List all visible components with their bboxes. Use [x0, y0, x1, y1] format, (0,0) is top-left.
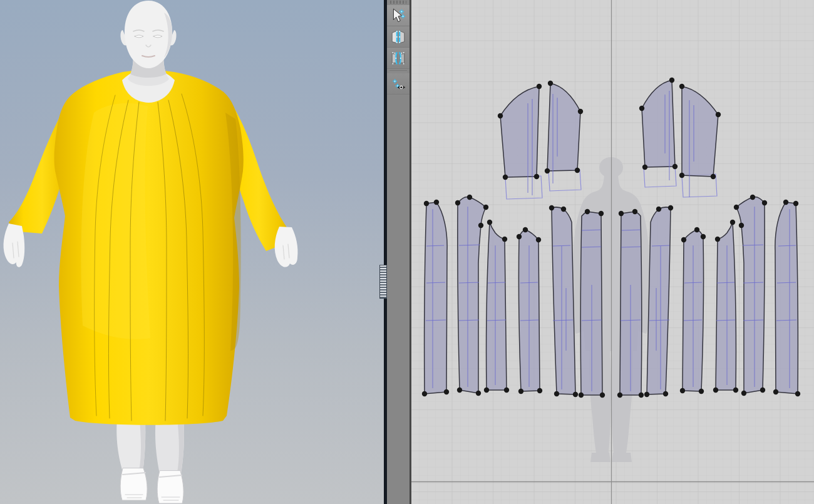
- pattern-point[interactable]: [549, 205, 554, 210]
- transform-pattern-tool-icon: [390, 8, 406, 24]
- panel-3-outline[interactable]: [487, 222, 507, 390]
- transform-pattern-tool[interactable]: [387, 5, 410, 26]
- pattern-point[interactable]: [457, 388, 462, 393]
- 2d-pattern-viewport[interactable]: [411, 0, 814, 504]
- pattern-point[interactable]: [741, 391, 746, 396]
- pattern-point[interactable]: [680, 388, 685, 393]
- pattern-point[interactable]: [681, 237, 686, 242]
- pattern-point[interactable]: [713, 388, 718, 393]
- pattern-point[interactable]: [762, 200, 767, 205]
- panel-1[interactable]: [422, 200, 449, 396]
- pattern-point[interactable]: [476, 391, 481, 396]
- pattern-point[interactable]: [534, 174, 539, 179]
- pattern-point[interactable]: [734, 205, 739, 210]
- pattern-point[interactable]: [523, 227, 528, 232]
- pattern-point[interactable]: [444, 389, 449, 394]
- pattern-point[interactable]: [679, 84, 684, 89]
- panel-7[interactable]: [617, 209, 644, 398]
- pattern-point[interactable]: [518, 389, 523, 394]
- toolbar-tools: [387, 5, 410, 95]
- panel-10-outline[interactable]: [716, 222, 736, 390]
- pattern-point[interactable]: [663, 391, 668, 396]
- pattern-point[interactable]: [668, 205, 673, 210]
- show-pattern-points-tool[interactable]: [387, 73, 410, 95]
- pattern-point[interactable]: [739, 223, 744, 228]
- show-pattern-points-tool-icon: [390, 76, 406, 92]
- panel-12[interactable]: [773, 200, 800, 396]
- pattern-point[interactable]: [502, 237, 507, 242]
- pattern-point[interactable]: [694, 227, 699, 232]
- pattern-point[interactable]: [483, 205, 488, 210]
- pattern-point[interactable]: [699, 389, 704, 394]
- pattern-point[interactable]: [639, 393, 644, 398]
- pattern-point[interactable]: [422, 391, 427, 396]
- pattern-point[interactable]: [503, 175, 508, 180]
- pane-splitter-handle[interactable]: [379, 265, 387, 299]
- pattern-point[interactable]: [730, 220, 735, 225]
- pattern-point[interactable]: [760, 388, 765, 393]
- 2d-tool-strip: [387, 0, 411, 504]
- pattern-point[interactable]: [573, 392, 578, 397]
- 3d-avatar-dress-render: [0, 0, 384, 504]
- pattern-point[interactable]: [642, 165, 647, 170]
- pattern-point[interactable]: [537, 388, 542, 393]
- pattern-point[interactable]: [750, 195, 755, 200]
- panel-5-outline[interactable]: [552, 207, 575, 394]
- symmetric-pattern-tool[interactable]: [387, 26, 410, 48]
- pattern-point[interactable]: [467, 195, 472, 200]
- symmetric-pattern-tool-icon: [390, 29, 406, 45]
- pattern-point[interactable]: [498, 113, 503, 118]
- pattern-point[interactable]: [578, 109, 583, 114]
- pattern-point[interactable]: [599, 211, 604, 216]
- panel-8-outline[interactable]: [647, 207, 671, 394]
- pattern-point[interactable]: [455, 200, 460, 205]
- pattern-point[interactable]: [504, 388, 509, 393]
- pattern-point[interactable]: [536, 237, 541, 242]
- pattern-point[interactable]: [517, 234, 522, 239]
- pattern-point[interactable]: [715, 237, 720, 242]
- pattern-point[interactable]: [561, 207, 566, 212]
- pattern-point[interactable]: [548, 81, 553, 86]
- panel-4[interactable]: [517, 227, 542, 394]
- pattern-point[interactable]: [733, 388, 738, 393]
- pattern-point[interactable]: [545, 168, 550, 173]
- pattern-point[interactable]: [711, 174, 716, 179]
- left-eye: [135, 35, 143, 38]
- pattern-point[interactable]: [619, 211, 624, 216]
- panel-1-outline[interactable]: [425, 202, 447, 394]
- pattern-point[interactable]: [795, 391, 800, 396]
- panel-12-outline[interactable]: [775, 202, 798, 394]
- pattern-point[interactable]: [487, 220, 492, 225]
- pattern-point[interactable]: [478, 223, 483, 228]
- pattern-point[interactable]: [672, 164, 677, 169]
- pattern-point[interactable]: [617, 393, 622, 398]
- pattern-point[interactable]: [793, 201, 798, 206]
- pattern-point[interactable]: [783, 200, 788, 205]
- unfold-symmetric-pattern-tool[interactable]: [387, 48, 410, 69]
- pattern-point[interactable]: [656, 207, 661, 212]
- pattern-point[interactable]: [644, 392, 649, 397]
- pattern-point[interactable]: [585, 209, 590, 214]
- pattern-point[interactable]: [639, 106, 644, 111]
- pattern-point[interactable]: [600, 393, 605, 398]
- panel-9[interactable]: [680, 227, 706, 394]
- pattern-point[interactable]: [484, 388, 489, 393]
- pattern-point[interactable]: [424, 201, 429, 206]
- head: [125, 1, 172, 68]
- pattern-point[interactable]: [669, 78, 674, 83]
- pattern-point[interactable]: [701, 234, 706, 239]
- pattern-point[interactable]: [434, 200, 439, 205]
- pattern-point[interactable]: [575, 168, 580, 173]
- pattern-point[interactable]: [554, 391, 559, 396]
- 3d-garment-viewport[interactable]: [0, 0, 384, 504]
- pattern-point[interactable]: [773, 389, 778, 394]
- pattern-point[interactable]: [579, 393, 584, 398]
- toolbar-grip-handle[interactable]: [390, 1, 406, 4]
- dress-highlight: [81, 103, 150, 339]
- pattern-point[interactable]: [716, 112, 721, 117]
- toolbar-separator: [389, 71, 407, 72]
- pattern-point[interactable]: [632, 209, 637, 214]
- pattern-point[interactable]: [679, 173, 684, 178]
- panel-6[interactable]: [579, 209, 605, 398]
- pattern-point[interactable]: [537, 84, 542, 89]
